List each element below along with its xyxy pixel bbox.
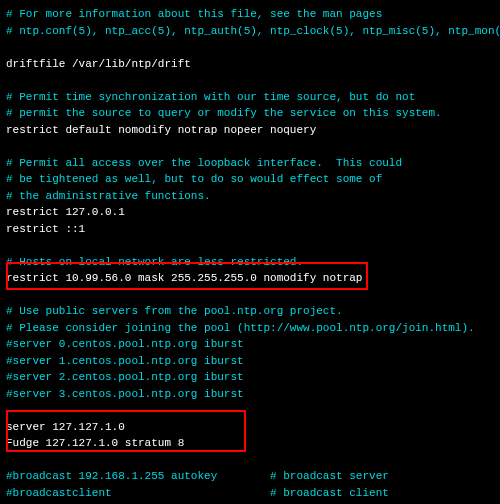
config-comment: #server 3.centos.pool.ntp.org iburst: [6, 388, 244, 400]
terminal-line: # permit the source to query or modify t…: [6, 105, 494, 122]
terminal-line: # Permit all access over the loopback in…: [6, 155, 494, 172]
terminal-line: # the administrative functions.: [6, 188, 494, 205]
config-comment: # Hosts on local network are less restri…: [6, 256, 303, 268]
config-comment: #broadcastclient: [6, 487, 270, 499]
config-comment-trailing: # broadcast server: [270, 470, 389, 482]
terminal-line: # be tightened as well, but to do so wou…: [6, 171, 494, 188]
config-comment: # For more information about this file, …: [6, 8, 382, 20]
terminal-line: Fudge 127.127.1.0 stratum 8: [6, 435, 494, 452]
config-directive: restrict 127.0.0.1: [6, 206, 125, 218]
terminal-line: restrict ::1: [6, 221, 494, 238]
config-comment: # be tightened as well, but to do so wou…: [6, 173, 382, 185]
config-directive: restrict ::1: [6, 223, 85, 235]
config-comment: #server 2.centos.pool.ntp.org iburst: [6, 371, 244, 383]
terminal-line: #broadcastclient # broadcast client: [6, 485, 494, 502]
config-comment: # Permit all access over the loopback in…: [6, 157, 402, 169]
config-directive: server 127.127.1.0: [6, 421, 125, 433]
terminal-line: # Please consider joining the pool (http…: [6, 320, 494, 337]
config-comment: # Use public servers from the pool.ntp.o…: [6, 305, 343, 317]
config-comment: #server 1.centos.pool.ntp.org iburst: [6, 355, 244, 367]
terminal-line: #server 3.centos.pool.ntp.org iburst: [6, 386, 494, 403]
terminal-line: driftfile /var/lib/ntp/drift: [6, 56, 494, 73]
config-directive: restrict 10.99.56.0 mask 255.255.255.0 n…: [6, 272, 362, 284]
terminal-line: #server 2.centos.pool.ntp.org iburst: [6, 369, 494, 386]
terminal-line: # For more information about this file, …: [6, 6, 494, 23]
terminal-line: [6, 72, 494, 89]
config-comment-trailing: # broadcast client: [270, 487, 389, 499]
config-comment: #broadcast 192.168.1.255 autokey: [6, 470, 270, 482]
terminal-line: #server 1.centos.pool.ntp.org iburst: [6, 353, 494, 370]
terminal-line: [6, 287, 494, 304]
config-comment: # the administrative functions.: [6, 190, 211, 202]
terminal-line: [6, 452, 494, 469]
terminal-output: # For more information about this file, …: [6, 6, 494, 504]
config-comment: #server 0.centos.pool.ntp.org iburst: [6, 338, 244, 350]
terminal-line: [6, 237, 494, 254]
config-directive: driftfile /var/lib/ntp/drift: [6, 58, 191, 70]
terminal-line: server 127.127.1.0: [6, 419, 494, 436]
terminal-line: # Hosts on local network are less restri…: [6, 254, 494, 271]
terminal-line: # ntp.conf(5), ntp_acc(5), ntp_auth(5), …: [6, 23, 494, 40]
config-directive: restrict default nomodify notrap nopeer …: [6, 124, 316, 136]
config-comment: # Please consider joining the pool (http…: [6, 322, 475, 334]
terminal-line: #server 0.centos.pool.ntp.org iburst: [6, 336, 494, 353]
terminal-line: # Use public servers from the pool.ntp.o…: [6, 303, 494, 320]
config-comment: # permit the source to query or modify t…: [6, 107, 442, 119]
terminal-line: #broadcast 192.168.1.255 autokey # broad…: [6, 468, 494, 485]
terminal-line: [6, 39, 494, 56]
terminal-line: restrict 10.99.56.0 mask 255.255.255.0 n…: [6, 270, 494, 287]
terminal-line: [6, 138, 494, 155]
terminal-line: restrict 127.0.0.1: [6, 204, 494, 221]
config-comment: # Permit time synchronization with our t…: [6, 91, 415, 103]
terminal-line: # Permit time synchronization with our t…: [6, 89, 494, 106]
config-directive: Fudge 127.127.1.0 stratum 8: [6, 437, 184, 449]
terminal-line: [6, 402, 494, 419]
terminal-line: restrict default nomodify notrap nopeer …: [6, 122, 494, 139]
config-comment: # ntp.conf(5), ntp_acc(5), ntp_auth(5), …: [6, 25, 500, 37]
